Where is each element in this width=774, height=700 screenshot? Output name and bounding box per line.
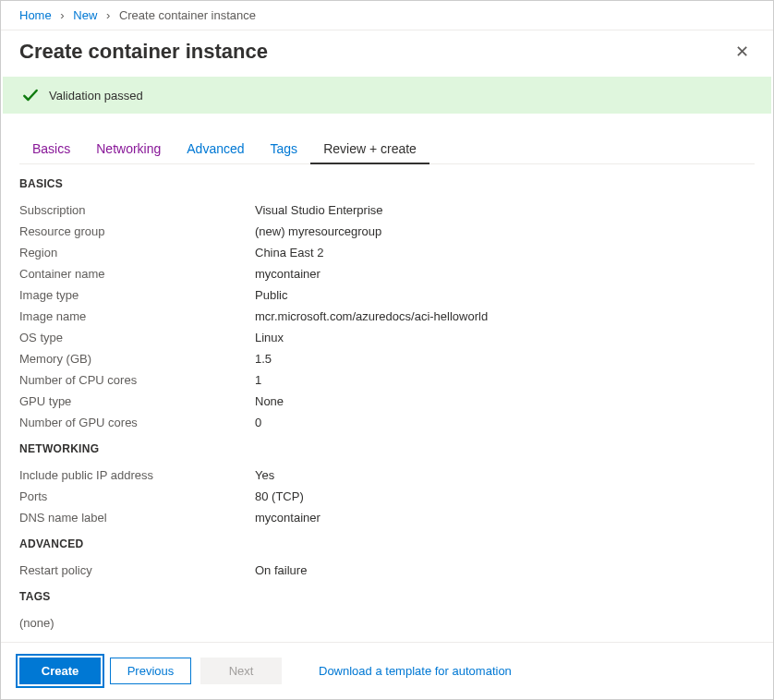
chevron-right-icon: › <box>106 8 110 22</box>
close-button[interactable]: ✕ <box>730 40 755 64</box>
row-resource-group: Resource group(new) myresourcegroup <box>19 221 755 242</box>
value-region: China East 2 <box>255 246 323 259</box>
tab-tags[interactable]: Tags <box>258 134 311 163</box>
close-icon: ✕ <box>735 42 749 61</box>
value-resource-group: (new) myresourcegroup <box>255 224 381 238</box>
row-subscription: SubscriptionVisual Studio Enterprise <box>19 199 755 221</box>
label-restart-policy: Restart policy <box>19 563 255 577</box>
value-container-name: mycontainer <box>255 267 320 281</box>
breadcrumb-current: Create container instance <box>119 8 256 22</box>
row-restart-policy: Restart policyOn failure <box>19 560 755 581</box>
label-gpu-cores: Number of GPU cores <box>19 416 255 429</box>
previous-button[interactable]: Previous <box>110 658 191 684</box>
row-memory: Memory (GB)1.5 <box>19 348 755 369</box>
label-ports: Ports <box>19 489 255 503</box>
value-os-type: Linux <box>255 331 284 344</box>
row-public-ip: Include public IP addressYes <box>19 465 755 486</box>
row-gpu-type: GPU typeNone <box>19 391 755 412</box>
chevron-right-icon: › <box>60 8 64 22</box>
breadcrumb: Home › New › Create container instance <box>1 1 773 30</box>
label-container-name: Container name <box>19 267 255 281</box>
row-region: RegionChina East 2 <box>19 242 755 263</box>
validation-message: Validation passed <box>49 89 143 103</box>
value-cpu-cores: 1 <box>255 373 261 387</box>
value-public-ip: Yes <box>255 468 274 482</box>
row-ports: Ports80 (TCP) <box>19 486 755 507</box>
row-dns-name: DNS name labelmycontainer <box>19 507 755 528</box>
checkmark-icon <box>21 86 40 104</box>
row-image-type: Image typePublic <box>19 284 755 306</box>
section-tags-title: TAGS <box>19 590 755 603</box>
page-title: Create container instance <box>19 40 268 64</box>
value-image-type: Public <box>255 288 287 302</box>
page-header: Create container instance ✕ <box>1 30 773 77</box>
next-button: Next <box>200 658 282 684</box>
tab-networking[interactable]: Networking <box>83 134 174 163</box>
label-image-name: Image name <box>19 309 255 323</box>
label-region: Region <box>19 246 255 259</box>
value-memory: 1.5 <box>255 352 272 366</box>
value-gpu-type: None <box>255 394 284 408</box>
value-image-name: mcr.microsoft.com/azuredocs/aci-hellowor… <box>255 309 488 323</box>
row-image-name: Image namemcr.microsoft.com/azuredocs/ac… <box>19 306 755 327</box>
section-advanced-title: ADVANCED <box>19 537 755 550</box>
breadcrumb-home[interactable]: Home <box>19 8 52 22</box>
label-public-ip: Include public IP address <box>19 468 255 482</box>
tags-none: (none) <box>19 612 755 634</box>
breadcrumb-new[interactable]: New <box>73 8 97 22</box>
row-gpu-cores: Number of GPU cores0 <box>19 412 755 433</box>
label-resource-group: Resource group <box>19 224 255 238</box>
section-basics-title: BASICS <box>19 177 755 190</box>
review-content: BASICS SubscriptionVisual Studio Enterpr… <box>1 164 773 642</box>
label-memory: Memory (GB) <box>19 352 255 366</box>
tab-bar: Basics Networking Advanced Tags Review +… <box>19 134 755 164</box>
create-button[interactable]: Create <box>19 658 101 684</box>
footer-bar: Create Previous Next Download a template… <box>1 642 773 699</box>
label-subscription: Subscription <box>19 203 255 217</box>
label-dns-name: DNS name label <box>19 511 255 525</box>
value-ports: 80 (TCP) <box>255 489 304 503</box>
tab-review-create[interactable]: Review + create <box>310 134 429 163</box>
row-os-type: OS typeLinux <box>19 327 755 348</box>
row-container-name: Container namemycontainer <box>19 263 755 284</box>
validation-banner: Validation passed <box>3 77 771 114</box>
value-subscription: Visual Studio Enterprise <box>255 203 383 217</box>
value-restart-policy: On failure <box>255 563 307 577</box>
tab-basics[interactable]: Basics <box>19 134 83 163</box>
label-image-type: Image type <box>19 288 255 302</box>
value-dns-name: mycontainer <box>255 511 320 525</box>
row-cpu-cores: Number of CPU cores1 <box>19 369 755 391</box>
download-template-link[interactable]: Download a template for automation <box>319 664 512 678</box>
label-os-type: OS type <box>19 331 255 344</box>
value-gpu-cores: 0 <box>255 416 261 429</box>
tab-advanced[interactable]: Advanced <box>174 134 257 163</box>
label-gpu-type: GPU type <box>19 394 255 408</box>
label-cpu-cores: Number of CPU cores <box>19 373 255 387</box>
section-networking-title: NETWORKING <box>19 442 755 455</box>
